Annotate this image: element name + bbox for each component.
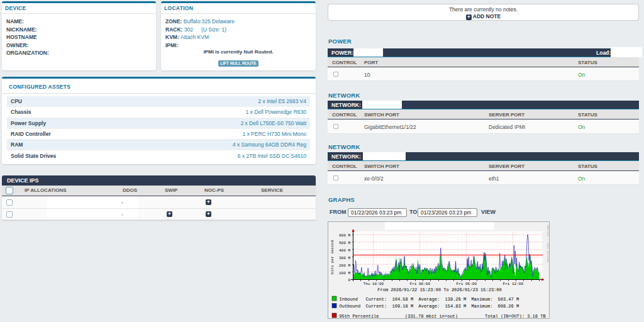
svg-text:Fri 12:00: Fri 12:00 [503, 282, 524, 286]
svg-text:RRDTOOL / TOBI OETIKER: RRDTOOL / TOBI OETIKER [547, 225, 549, 263]
svg-text:200 M: 200 M [339, 264, 350, 268]
svg-text:0: 0 [348, 278, 350, 282]
svg-text:Thu 18:00: Thu 18:00 [364, 282, 384, 286]
svg-text:Inbound Current: 104.58 M: Inbound Current: 104.58 M Average: 139.2… [340, 297, 519, 302]
svg-text:Fri 00:00: Fri 00:00 [410, 282, 431, 286]
svg-text:Outbound Current: 109.18 M: Outbound Current: 109.18 M Average: 154.… [340, 304, 519, 309]
svg-text:100 M: 100 M [339, 271, 350, 275]
svg-text:300 M: 300 M [339, 256, 350, 260]
svg-text:600 M: 600 M [339, 233, 350, 238]
svg-text:500 M: 500 M [339, 241, 350, 245]
svg-text:400 M: 400 M [339, 248, 350, 253]
svg-text:(331.78 mbit in+out): (331.78 mbit in+out) [405, 314, 458, 319]
svg-text:Fri 06:00: Fri 06:00 [457, 282, 477, 286]
svg-text:Total (IN+OUT): 3.18 TB: Total (IN+OUT): 3.18 TB [485, 314, 546, 319]
svg-text:From 2026/01/22 15:23:00 To 20: From 2026/01/22 15:23:00 To 2026/01/23 1… [377, 287, 501, 292]
svg-text:95th Percentile: 95th Percentile [340, 314, 379, 319]
svg-text:bits per second: bits per second [330, 240, 335, 274]
